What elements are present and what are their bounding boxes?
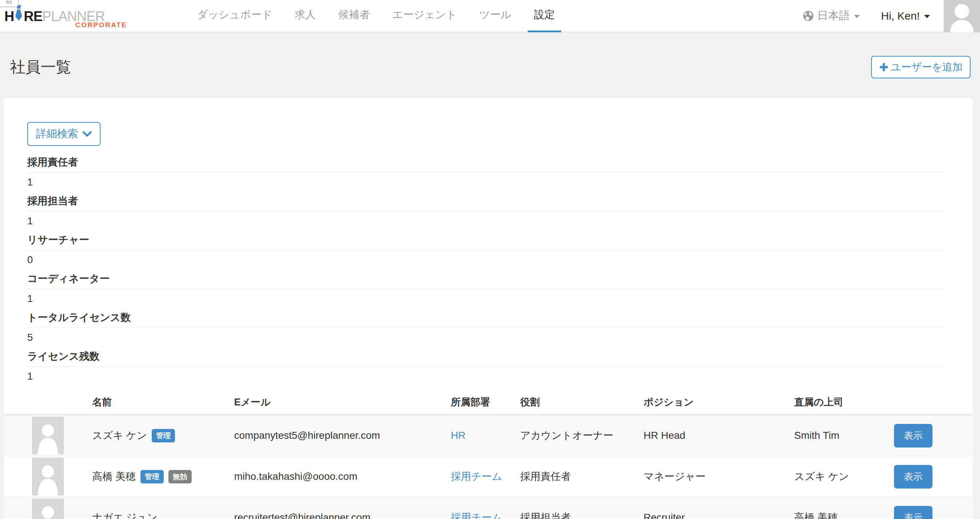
employee-name: ナガエ ジュン [92,512,158,519]
employee-role: 採用担当者 [520,512,571,519]
stat-block: 採用責任者1 [27,155,947,194]
ms-tag: ms [0,0,19,7]
header-role: 役割 [517,390,641,415]
nav-item-5[interactable]: 設定 [528,0,561,32]
employee-position: マネージャー [644,471,706,482]
badge-admin: 管理 [140,470,164,484]
header-email: Eメール [231,390,448,415]
department-link[interactable]: 採用チーム [451,471,502,482]
employee-email: miho.takahashi@oooo.com [234,471,358,482]
user-avatar[interactable] [944,0,980,32]
employee-manager: スズキ ケン [794,471,849,482]
stat-block: リサーチャー0 [27,233,947,272]
employee-manager: Smith Tim [794,430,839,441]
stat-value: 1 [27,367,947,388]
stat-label: 採用担当者 [27,194,947,212]
add-user-label: ユーザーを追加 [891,60,963,74]
badge-admin: 管理 [152,429,175,443]
language-label: 日本語 [817,8,850,23]
header-department: 所属部署 [448,390,517,415]
tie-icon [14,5,23,24]
chevron-down-icon [83,131,92,137]
page-title: 社員一覧 [10,57,71,77]
employee-role: アカウントオーナー [520,430,613,441]
employee-name: スズキ ケン [92,430,147,441]
logo-h: H [4,9,14,24]
employee-email: recruitertest@hireplanner.com [234,512,370,519]
stat-label: トータルライセンス数 [27,310,947,328]
header-position: ポジション [641,390,791,415]
logo-re: RE [24,9,42,24]
stat-label: 採用責任者 [27,155,947,173]
table-row: ナガエ ジュンrecruitertest@hireplanner.com採用チー… [4,497,973,519]
employee-name: 高橋 美穂 [92,471,136,482]
view-button[interactable]: 表示 [894,424,932,447]
department-link[interactable]: HR [451,430,465,441]
main-nav: ダッシュボード求人候補者エージェントツール設定 [186,0,566,32]
nav-item-2[interactable]: 候補者 [332,0,376,32]
stat-label: ライセンス残数 [27,350,947,367]
department-link[interactable]: 採用チーム [451,512,502,519]
employee-manager: 高橋 美穂 [794,512,838,519]
navbar-right: 日本語 Hi, Ken! [803,0,980,32]
language-switcher[interactable]: 日本語 [803,8,860,23]
language-caret-icon [854,15,860,18]
nav-item-1[interactable]: 求人 [288,0,322,32]
nav-item-0[interactable]: ダッシュボード [191,0,278,32]
badge-disabled: 無効 [169,470,192,484]
table-row: 高橋 美穂管理無効miho.takahashi@oooo.com採用チーム採用責… [4,456,973,497]
plus-icon [879,62,889,72]
user-greeting: Hi, Ken! [881,10,920,22]
top-navbar: ms H RE PLANNER CORPORATE ダッシュボード求人候補者エー… [0,0,980,33]
nav-item-4[interactable]: ツール [473,0,517,32]
stat-label: リサーチャー [27,233,947,250]
view-button[interactable]: 表示 [894,506,932,519]
table-header-row: 名前 Eメール 所属部署 役割 ポジション 直属の上司 [4,390,973,415]
stat-value: 5 [27,328,947,350]
employee-table: 名前 Eメール 所属部署 役割 ポジション 直属の上司 スズキ ケン管理comp… [4,390,973,519]
employee-position: HR Head [644,430,685,441]
page-header: 社員一覧 ユーザーを追加 [0,33,980,98]
license-stats: 採用責任者1採用担当者1リサーチャー0コーディネーター1トータルライセンス数5ラ… [27,155,947,388]
stat-block: 採用担当者1 [27,194,947,233]
add-user-button[interactable]: ユーザーを追加 [871,56,970,78]
advanced-search-button[interactable]: 詳細検索 [27,122,100,146]
stat-value: 1 [27,212,947,233]
stat-block: トータルライセンス数5 [27,310,947,350]
header-manager: 直属の上司 [791,390,891,415]
employee-list-card: 詳細検索 採用責任者1採用担当者1リサーチャー0コーディネーター1トータルライセ… [4,98,973,519]
hireplanner-logo[interactable]: H RE PLANNER CORPORATE [4,5,128,29]
stat-block: コーディネーター1 [27,272,947,310]
employee-avatar [32,458,64,495]
table-row: スズキ ケン管理companytest5@hireplanner.comHRアカ… [4,415,973,456]
header-actions [891,390,973,415]
employee-role: 採用責任者 [520,471,571,482]
view-button[interactable]: 表示 [894,465,932,489]
employee-avatar [32,417,64,454]
nav-item-3[interactable]: エージェント [386,0,463,32]
header-name: 名前 [89,390,231,415]
stat-value: 1 [27,173,947,194]
stat-value: 0 [27,250,947,272]
stat-label: コーディネーター [27,272,947,289]
employee-position: Recruiter [644,512,685,519]
stat-value: 1 [27,289,947,310]
globe-icon [803,11,814,21]
user-caret-icon [924,15,930,18]
header-avatar [4,390,89,415]
stat-block: ライセンス残数1 [27,350,947,388]
advanced-search-label: 詳細検索 [36,127,78,141]
user-menu[interactable]: Hi, Ken! [881,10,930,22]
employee-avatar [32,499,64,519]
employee-email: companytest5@hireplanner.com [234,430,380,441]
